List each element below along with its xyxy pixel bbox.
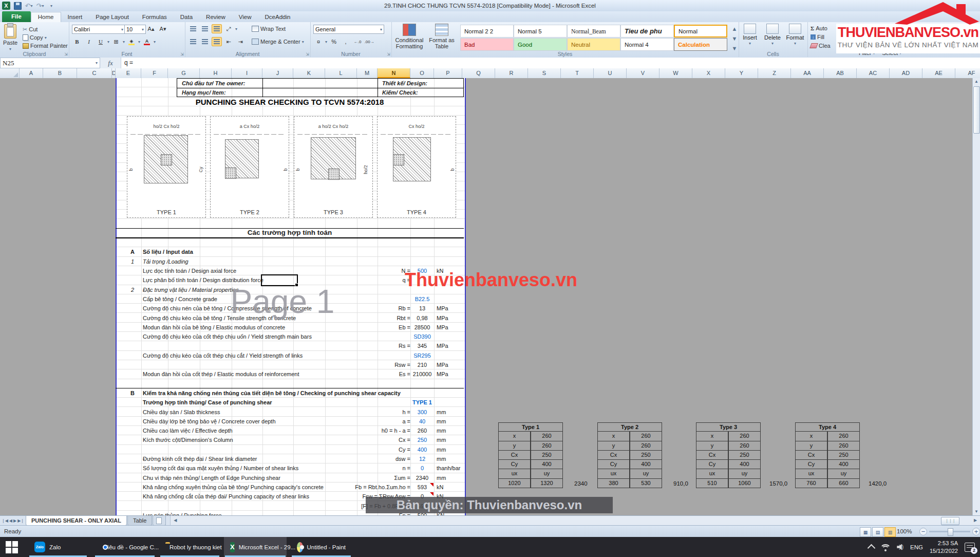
styles-scroll-up[interactable]: ▲ <box>729 25 740 33</box>
alignment-dialog-launcher[interactable]: ⇲ <box>306 52 309 57</box>
taskbar-item-paint[interactable]: Untitled - Paint <box>291 537 352 557</box>
row-value[interactable]: 28500 <box>410 323 434 332</box>
underline-button[interactable]: U <box>96 37 106 46</box>
font-color-button[interactable]: A <box>142 37 152 46</box>
vertical-scrollbar[interactable]: ▲ ▼ <box>972 78 980 515</box>
column-header-O[interactable]: O <box>410 68 434 78</box>
number-format-select[interactable]: General▾ <box>313 25 384 34</box>
cell-style-normal-beam[interactable]: Normal_Beam <box>567 25 620 38</box>
action-center-icon[interactable]: 2 <box>965 543 975 552</box>
column-header-M[interactable]: M <box>357 68 378 78</box>
taskbar-item-excel[interactable]: XMicrosoft Excel - 29... <box>224 537 287 557</box>
language-indicator[interactable]: ENG <box>910 544 923 550</box>
borders-button[interactable]: ⊞ <box>111 37 121 46</box>
align-top-button[interactable] <box>188 24 198 33</box>
column-header-B[interactable]: B <box>43 68 77 78</box>
tab-formulas[interactable]: Formulas <box>136 12 174 22</box>
format-cells-button[interactable]: Format▾ <box>784 24 806 46</box>
sheet-row-46[interactable]: Chu vi tháp nén thủng/ Length of Edge Pu… <box>116 473 464 482</box>
sheet-row-35[interactable]: Modun đàn hồi của cốt thép / Elastic mod… <box>116 369 464 379</box>
cell-style-calculation[interactable]: Calculation <box>674 38 727 51</box>
taskbar-item-folder[interactable]: Robot ly thuong kiet <box>159 537 220 557</box>
decrease-indent-button[interactable]: ⇤ <box>223 37 234 46</box>
decrease-decimal-button[interactable]: .00→ <box>364 37 374 46</box>
row-value[interactable]: 260 <box>410 426 434 435</box>
row-value[interactable]: 12 <box>410 454 434 463</box>
row-value[interactable]: SD390 <box>410 332 434 341</box>
column-header-G[interactable]: G <box>168 68 200 78</box>
taskbar-item-chrome[interactable]: Tiêu đề - Google C... <box>94 537 156 557</box>
sheet-row-39[interactable]: Chiều dày sàn / Slab thicknessh =300mm <box>116 407 464 417</box>
row-value[interactable]: 400 <box>410 445 434 454</box>
next-sheet-button[interactable]: ▶ <box>13 518 16 523</box>
prev-sheet-button[interactable]: ◀ <box>9 518 12 523</box>
row-value[interactable]: 210000 <box>410 369 434 379</box>
column-header-V[interactable]: V <box>627 68 659 78</box>
cell-style-bad[interactable]: Bad <box>460 38 514 51</box>
cell-style-normal-4[interactable]: Normal 4 <box>620 38 674 51</box>
column-header-AE[interactable]: AE <box>922 68 955 78</box>
row-value[interactable]: 300 <box>410 407 434 417</box>
cell-style-normal[interactable]: Normal <box>674 25 727 38</box>
column-header-P[interactable]: P <box>434 68 462 78</box>
tab-review[interactable]: Review <box>199 12 232 22</box>
column-header-Z[interactable]: Z <box>758 68 791 78</box>
sheet-row-23[interactable]: 1Tải trọng /Loading <box>116 257 464 266</box>
column-header-T[interactable]: T <box>561 68 594 78</box>
row-value[interactable]: B22.5 <box>410 294 434 304</box>
clipboard-dialog-launcher[interactable]: ⇲ <box>64 52 68 57</box>
column-header-Y[interactable]: Y <box>725 68 758 78</box>
number-dialog-launcher[interactable]: ⇲ <box>387 52 390 57</box>
percent-style-button[interactable]: % <box>329 37 339 46</box>
sheet-tab-punching-shear-only-axial[interactable]: PUNCHING SHEAR - ONLY AXIAL <box>26 516 127 526</box>
sheet-row-33[interactable]: Cường độ chịu kéo của cốt thép chịu cắt … <box>116 351 464 360</box>
undo-button[interactable]: ↶▾ <box>25 2 33 10</box>
styles-scroll-down[interactable]: ▼ <box>729 34 740 43</box>
wrap-text-button[interactable]: Wrap Text <box>252 25 286 33</box>
column-header-N[interactable]: N <box>378 68 410 78</box>
align-center-button[interactable] <box>200 37 210 46</box>
tab-data[interactable]: Data <box>174 12 199 22</box>
selected-cell[interactable] <box>261 274 298 286</box>
cut-button[interactable]: ✂Cut <box>23 25 37 33</box>
delete-cells-button[interactable]: Delete▾ <box>761 24 784 46</box>
select-all-corner[interactable] <box>0 68 20 78</box>
column-header-E[interactable]: E <box>116 68 141 78</box>
orientation-button[interactable]: ⤢ <box>223 24 234 33</box>
sheet-row-44[interactable]: Đường kính cốt thép đai / Shear link dia… <box>116 454 464 463</box>
column-header-C[interactable]: C <box>77 68 112 78</box>
row-value[interactable]: 0,98 <box>410 313 434 323</box>
column-header-AA[interactable]: AA <box>791 68 824 78</box>
tray-chevron-icon[interactable] <box>868 544 876 552</box>
cell-style-neutral[interactable]: Neutral <box>567 38 620 51</box>
clear-button[interactable]: Clea <box>811 42 831 50</box>
row-value[interactable]: 345 <box>410 341 434 350</box>
zoom-slider-thumb[interactable] <box>948 528 953 536</box>
paste-button[interactable]: Paste▾ <box>3 24 17 51</box>
sheet-row-45[interactable]: Số lượng cốt đai qua mặt xuyên thủng / N… <box>116 463 464 473</box>
column-header-J[interactable]: J <box>262 68 293 78</box>
first-sheet-button[interactable]: ❘◀ <box>2 518 8 523</box>
autosum-button[interactable]: ΣAuto <box>811 24 827 32</box>
customize-qat-button[interactable]: ▾ <box>47 2 55 10</box>
font-size-select[interactable]: 10▾ <box>124 25 146 34</box>
row-value[interactable]: 0 <box>410 463 434 473</box>
zoom-out-button[interactable]: − <box>919 528 927 535</box>
column-header-AD[interactable]: AD <box>890 68 922 78</box>
page-layout-view-button[interactable]: ▤ <box>872 527 883 537</box>
sheet-row-43[interactable]: Cy =400mm <box>116 445 464 454</box>
save-button[interactable] <box>13 2 22 10</box>
grow-font-button[interactable]: A▴ <box>146 24 156 33</box>
row-value[interactable]: 40 <box>410 417 434 426</box>
sheet-row-34[interactable]: Rsw =210MPa <box>116 360 464 369</box>
zoom-in-button[interactable]: + <box>972 528 980 535</box>
tab-insert[interactable]: Insert <box>61 12 89 22</box>
column-header-U[interactable]: U <box>594 68 627 78</box>
sheet-tab-table[interactable]: Table <box>127 516 152 526</box>
cell-style-good[interactable]: Good <box>514 38 567 51</box>
last-sheet-button[interactable]: ▶❘ <box>17 518 24 523</box>
sheet-row-42[interactable]: Kích thước cột/Dimension's ColumnCx =250… <box>116 435 464 444</box>
scroll-down-arrow[interactable]: ▼ <box>973 508 980 515</box>
start-button[interactable] <box>5 541 18 554</box>
insert-worksheet-tab[interactable] <box>153 516 166 526</box>
